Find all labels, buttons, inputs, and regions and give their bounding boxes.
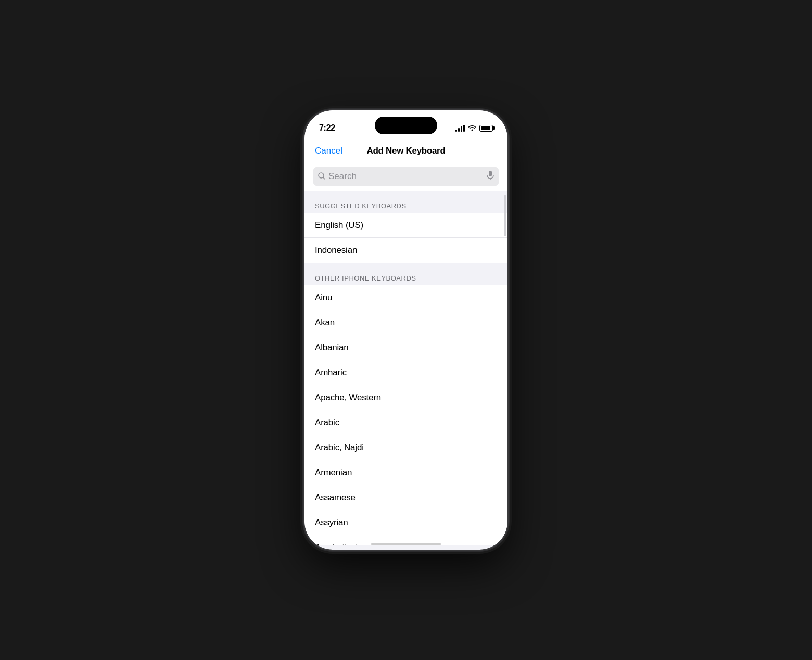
signal-bar-1 (455, 130, 457, 132)
scroll-indicator (504, 195, 506, 236)
svg-line-1 (323, 177, 325, 179)
signal-bar-4 (463, 125, 465, 132)
search-container: Search (304, 162, 508, 191)
keyboard-item-albanian: Albanian (315, 342, 349, 353)
suggested-keyboards-section: SUGGESTED KEYBOARDS English (US) Indones… (304, 199, 508, 263)
list-item[interactable]: Armenian (304, 460, 508, 485)
page-title: Add New Keyboard (366, 146, 445, 156)
suggested-list: English (US) Indonesian (304, 213, 508, 263)
list-item[interactable]: Ainu (304, 285, 508, 310)
list-item[interactable]: Assamese (304, 485, 508, 510)
list-item[interactable]: English (US) (304, 213, 508, 238)
keyboard-item-english-us: English (US) (315, 220, 363, 231)
list-item[interactable]: Assyrian (304, 510, 508, 535)
list-item[interactable]: Indonesian (304, 238, 508, 263)
suggested-section-header: SUGGESTED KEYBOARDS (304, 199, 508, 213)
list-item[interactable]: Arabic, Najdi (304, 435, 508, 460)
signal-bar-3 (461, 126, 462, 132)
list-item[interactable]: Amharic (304, 360, 508, 385)
list-item[interactable]: Arabic (304, 410, 508, 435)
battery-icon (479, 125, 493, 132)
dynamic-island (375, 117, 437, 134)
keyboard-item-assamese: Assamese (315, 492, 356, 503)
battery-fill (481, 126, 490, 130)
home-indicator (371, 543, 441, 545)
keyboard-item-assyrian: Assyrian (315, 517, 348, 528)
list-item[interactable]: Akan (304, 310, 508, 335)
keyboard-item-arabic: Arabic (315, 417, 339, 428)
keyboard-item-arabic-najdi: Arabic, Najdi (315, 442, 364, 453)
keyboard-item-akan: Akan (315, 318, 335, 328)
keyboard-list-scroll[interactable]: SUGGESTED KEYBOARDS English (US) Indones… (304, 191, 508, 545)
keyboard-item-apache-western: Apache, Western (315, 392, 381, 403)
phone-frame: 7:22 (304, 110, 508, 550)
keyboard-item-ainu: Ainu (315, 293, 332, 303)
keyboard-item-amharic: Amharic (315, 367, 347, 378)
svg-rect-2 (489, 171, 492, 176)
list-item[interactable]: Albanian (304, 335, 508, 360)
status-time: 7:22 (319, 123, 335, 133)
cancel-button[interactable]: Cancel (315, 146, 342, 156)
other-keyboards-section: OTHER IPHONE KEYBOARDS Ainu Akan Albania… (304, 271, 508, 545)
search-input[interactable]: Search (328, 171, 484, 182)
wifi-icon (468, 124, 476, 132)
status-bar: 7:22 (304, 110, 508, 138)
other-list: Ainu Akan Albanian Amharic Apache, Weste… (304, 285, 508, 545)
signal-bars-icon (455, 124, 465, 132)
other-section-header: OTHER IPHONE KEYBOARDS (304, 271, 508, 285)
nav-bar: Cancel Add New Keyboard (304, 138, 508, 162)
keyboard-item-armenian: Armenian (315, 467, 352, 478)
search-bar[interactable]: Search (313, 167, 499, 186)
keyboard-item-indonesian: Indonesian (315, 245, 357, 256)
signal-bar-2 (458, 128, 460, 132)
status-icons (455, 124, 493, 132)
phone-screen: 7:22 (304, 110, 508, 550)
mic-icon (487, 171, 494, 182)
search-icon (318, 172, 325, 181)
keyboard-item-azerbaijani: Azerbaijani (315, 542, 358, 545)
list-item[interactable]: Apache, Western (304, 385, 508, 410)
